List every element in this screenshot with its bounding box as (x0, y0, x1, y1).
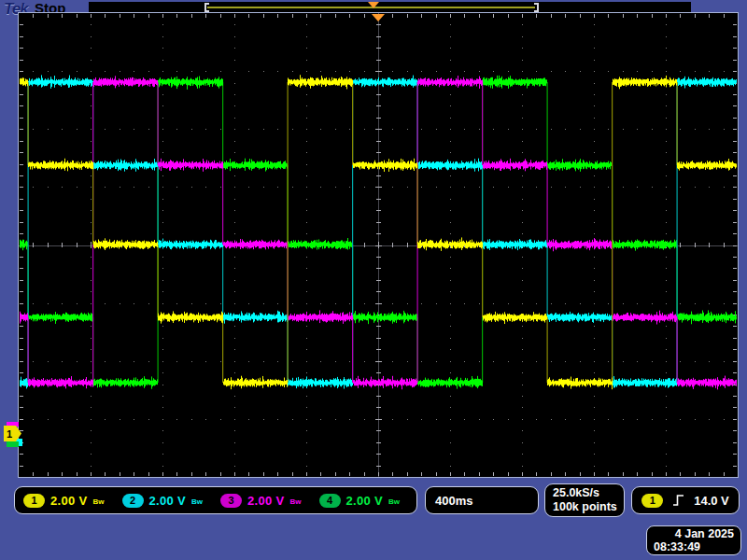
ch2-scale: 2.00 V (149, 494, 186, 508)
ch4-scale: 2.00 V (346, 494, 383, 508)
datetime-readout: 4 Jan 2025 08:33:49 (646, 525, 741, 555)
date-value: 4 Jan 2025 (654, 527, 734, 540)
trigger-readout: 1 14.0 V (631, 486, 740, 514)
ch1-bandwidth-icon: Bw (92, 497, 104, 506)
ch3-scale: 2.00 V (247, 494, 284, 508)
ch3-badge: 3 (220, 494, 242, 508)
record-length: 100k points (553, 500, 617, 514)
ch2-badge: 2 (122, 494, 144, 508)
waveform-canvas (19, 13, 738, 477)
oscilloscope-screen: { "colors": { "background": "#46519e", "… (0, 0, 747, 560)
ch4-badge: 4 (319, 494, 341, 508)
ch4-bandwidth-icon: Bw (388, 497, 400, 506)
record-view-right-bracket (537, 3, 539, 12)
trigger-source-badge: 1 (641, 494, 663, 508)
ch4-position-marker (7, 441, 19, 447)
ch2-readout: 2 2.00 V Bw (118, 494, 217, 508)
waveform-display-area: 1 (18, 12, 739, 478)
channel-readout-bar: 1 2.00 V Bw 2 2.00 V Bw 3 2.00 V Bw 4 2.… (14, 486, 417, 514)
ch1-scale: 2.00 V (50, 494, 87, 508)
time-value: 08:33:49 (654, 540, 734, 553)
timebase-value: 400ms (435, 494, 472, 508)
ch3-bandwidth-icon: Bw (289, 497, 301, 506)
trigger-position-icon (368, 2, 379, 8)
acquisition-readout: 25.0kS/s 100k points (544, 483, 625, 517)
ch3-readout: 3 2.00 V Bw (216, 494, 315, 508)
ch1-badge: 1 (23, 494, 45, 508)
trigger-level: 14.0 V (694, 494, 729, 508)
trigger-slope-icon (672, 494, 684, 507)
record-view-left-bracket (204, 3, 206, 12)
sample-rate: 25.0kS/s (553, 486, 599, 500)
ch2-bandwidth-icon: Bw (191, 497, 203, 506)
ch4-readout: 4 2.00 V Bw (315, 494, 414, 508)
timebase-readout: 400ms (425, 486, 539, 514)
ch1-readout: 1 2.00 V Bw (19, 494, 118, 508)
